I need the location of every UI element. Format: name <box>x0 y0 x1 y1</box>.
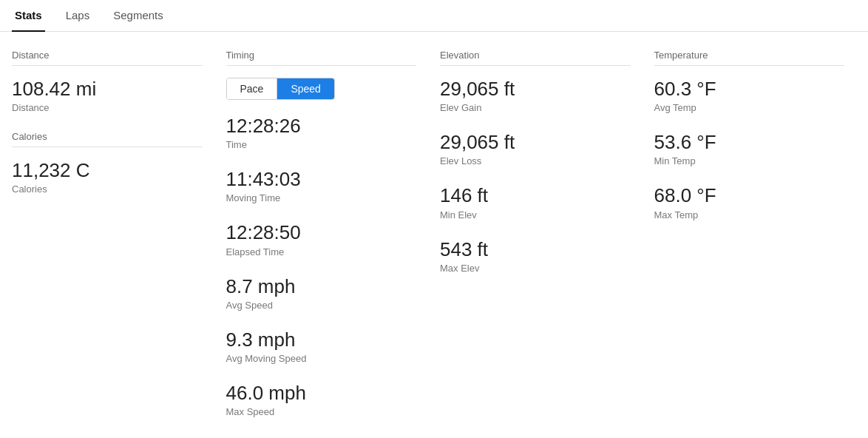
moving-time-stat: 11:43:03 Moving Time <box>226 168 417 203</box>
avg-moving-speed-value: 9.3 mph <box>226 328 417 351</box>
distance-label: Distance <box>12 102 203 113</box>
elev-gain-stat: 29,065 ft Elev Gain <box>440 78 631 113</box>
distance-section-title: Distance <box>12 50 203 66</box>
avg-temp-value: 60.3 °F <box>654 78 845 101</box>
max-temp-stat: 68.0 °F Max Temp <box>654 184 845 220</box>
elev-loss-stat: 29,065 ft Elev Loss <box>440 131 631 166</box>
tab-laps[interactable]: Laps <box>63 0 93 32</box>
min-temp-label: Min Temp <box>654 155 845 166</box>
calories-section-title: Calories <box>12 131 203 147</box>
min-temp-value: 53.6 °F <box>654 131 845 154</box>
avg-speed-stat: 8.7 mph Avg Speed <box>226 275 417 311</box>
calories-value: 11,232 C <box>12 159 203 182</box>
max-elev-value: 543 ft <box>440 238 631 261</box>
timing-section-title: Timing <box>226 50 417 66</box>
temperature-section: Temperature 60.3 °F Avg Temp 53.6 °F Min… <box>642 50 857 435</box>
calories-stat: 11,232 C Calories <box>12 159 203 195</box>
distance-section: Distance 108.42 mi Distance Calories 11,… <box>12 50 214 435</box>
max-temp-label: Max Temp <box>654 209 845 220</box>
timing-section: Timing Pace Speed 12:28:26 Time 11:43:03… <box>214 50 429 435</box>
avg-temp-stat: 60.3 °F Avg Temp <box>654 78 845 113</box>
min-elev-value: 146 ft <box>440 184 631 207</box>
min-elev-label: Min Elev <box>440 209 631 220</box>
max-elev-stat: 543 ft Max Elev <box>440 238 631 274</box>
max-speed-stat: 46.0 mph Max Speed <box>226 382 417 417</box>
elapsed-time-label: Elapsed Time <box>226 246 417 257</box>
moving-time-label: Moving Time <box>226 192 417 203</box>
elev-loss-label: Elev Loss <box>440 155 631 166</box>
elev-loss-value: 29,065 ft <box>440 131 631 154</box>
max-temp-value: 68.0 °F <box>654 184 845 207</box>
tab-bar: Stats Laps Segments <box>0 0 868 32</box>
pace-button[interactable]: Pace <box>227 78 277 99</box>
time-label: Time <box>226 139 417 150</box>
elevation-section-title: Elevation <box>440 50 631 66</box>
pace-speed-toggle: Pace Speed <box>226 78 335 100</box>
distance-stat: 108.42 mi Distance <box>12 78 203 113</box>
avg-temp-label: Avg Temp <box>654 102 845 113</box>
time-stat: 12:28:26 Time <box>226 115 417 150</box>
distance-value: 108.42 mi <box>12 78 203 101</box>
tab-stats[interactable]: Stats <box>12 0 45 32</box>
avg-speed-label: Avg Speed <box>226 300 417 311</box>
min-temp-stat: 53.6 °F Min Temp <box>654 131 845 166</box>
temperature-section-title: Temperature <box>654 50 845 66</box>
avg-moving-speed-label: Avg Moving Speed <box>226 353 417 364</box>
tab-segments[interactable]: Segments <box>110 0 166 32</box>
elev-gain-label: Elev Gain <box>440 102 631 113</box>
elevation-section: Elevation 29,065 ft Elev Gain 29,065 ft … <box>428 50 642 435</box>
calories-label: Calories <box>12 183 203 195</box>
elapsed-time-stat: 12:28:50 Elapsed Time <box>226 221 417 257</box>
max-elev-label: Max Elev <box>440 263 631 274</box>
avg-speed-value: 8.7 mph <box>226 275 417 298</box>
max-speed-label: Max Speed <box>226 406 417 417</box>
max-speed-value: 46.0 mph <box>226 382 417 405</box>
speed-button[interactable]: Speed <box>277 78 333 99</box>
time-value: 12:28:26 <box>226 115 417 138</box>
min-elev-stat: 146 ft Min Elev <box>440 184 631 220</box>
elev-gain-value: 29,065 ft <box>440 78 631 101</box>
moving-time-value: 11:43:03 <box>226 168 417 191</box>
elapsed-time-value: 12:28:50 <box>226 221 417 244</box>
stats-content: Distance 108.42 mi Distance Calories 11,… <box>0 32 868 438</box>
avg-moving-speed-stat: 9.3 mph Avg Moving Speed <box>226 328 417 364</box>
